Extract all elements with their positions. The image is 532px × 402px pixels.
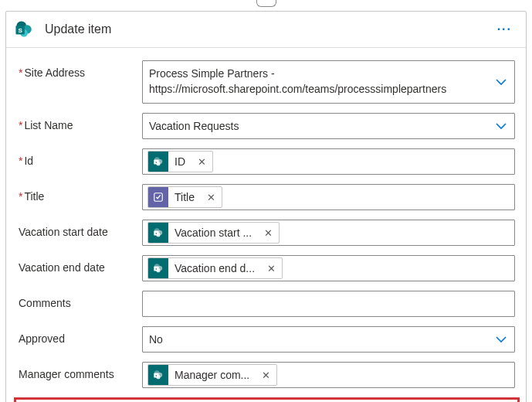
- vacation-end-input[interactable]: s Vacation end d... ✕: [142, 255, 515, 281]
- row-manager-comments: Manager comments s Manager com... ✕: [19, 362, 515, 388]
- row-comments: Comments: [19, 291, 515, 317]
- site-address-line1: Process Simple Partners -: [149, 66, 275, 82]
- collapse-notch[interactable]: [256, 0, 276, 7]
- site-address-dropdown[interactable]: Process Simple Partners - https://micros…: [142, 60, 515, 104]
- list-name-dropdown[interactable]: Vacation Requests: [142, 113, 515, 139]
- token-title-remove[interactable]: ✕: [201, 192, 222, 203]
- vacation-start-input[interactable]: s Vacation start ... ✕: [142, 220, 515, 246]
- token-title-label: Title: [168, 191, 201, 203]
- sharepoint-token-icon: s: [148, 152, 168, 172]
- comments-input[interactable]: [142, 291, 515, 317]
- id-input[interactable]: s ID ✕: [142, 148, 515, 175]
- row-id: Id s ID ✕: [19, 148, 515, 175]
- label-manager-comments: Manager comments: [19, 362, 142, 380]
- sharepoint-icon: S: [6, 12, 42, 47]
- row-pre-approved-highlight: Pre-approved Yes: [14, 397, 520, 402]
- row-list-name: List Name Vacation Requests: [19, 113, 515, 139]
- token-vacation-start[interactable]: s Vacation start ... ✕: [147, 222, 280, 244]
- sharepoint-token-icon: s: [148, 223, 168, 243]
- svg-text:s: s: [156, 160, 158, 164]
- sharepoint-token-icon: s: [148, 258, 168, 278]
- label-list-name: List Name: [19, 113, 142, 131]
- approvals-token-icon: [148, 187, 168, 207]
- label-site-address: Site Address: [19, 60, 142, 79]
- token-vacation-start-label: Vacation start ...: [168, 227, 258, 239]
- label-vacation-end: Vacation end date: [19, 255, 142, 274]
- update-item-card: S Update item ··· Site Address Process S…: [5, 11, 527, 402]
- token-vacation-end-label: Vacation end d...: [168, 262, 261, 274]
- token-vacation-start-remove[interactable]: ✕: [258, 227, 279, 239]
- manager-comments-input[interactable]: s Manager com... ✕: [142, 362, 515, 388]
- token-id[interactable]: s ID ✕: [147, 151, 213, 172]
- card-header: S Update item ···: [6, 12, 526, 48]
- svg-text:s: s: [156, 231, 158, 235]
- more-options-button[interactable]: ···: [493, 22, 517, 36]
- row-approved: Approved No: [19, 326, 515, 353]
- token-vacation-end-remove[interactable]: ✕: [261, 263, 282, 274]
- label-vacation-start: Vacation start date: [19, 220, 142, 238]
- row-title: Title Title ✕: [19, 184, 515, 210]
- row-vacation-end: Vacation end date s Vacation end d... ✕: [19, 255, 515, 281]
- token-manager-comments-remove[interactable]: ✕: [256, 370, 276, 381]
- row-site-address: Site Address Process Simple Partners - h…: [19, 60, 515, 104]
- svg-text:S: S: [18, 27, 22, 34]
- site-address-line2: https://microsoft.sharepoint.com/teams/p…: [149, 82, 446, 97]
- list-name-value: Vacation Requests: [149, 120, 239, 132]
- approved-dropdown[interactable]: No: [142, 326, 515, 353]
- token-vacation-end[interactable]: s Vacation end d... ✕: [147, 257, 283, 279]
- svg-text:s: s: [156, 373, 158, 377]
- label-comments: Comments: [19, 291, 142, 309]
- label-approved: Approved: [19, 326, 142, 345]
- card-body: Site Address Process Simple Partners - h…: [6, 48, 526, 402]
- card-title: Update item: [42, 22, 493, 36]
- svg-text:s: s: [156, 267, 158, 271]
- token-manager-comments[interactable]: s Manager com... ✕: [147, 364, 277, 386]
- token-id-label: ID: [168, 155, 191, 168]
- row-vacation-start: Vacation start date s Vacation start ...…: [19, 220, 515, 246]
- token-title[interactable]: Title ✕: [147, 186, 222, 208]
- token-manager-comments-label: Manager com...: [168, 369, 256, 381]
- label-id: Id: [19, 148, 142, 167]
- title-input[interactable]: Title ✕: [142, 184, 515, 210]
- label-title: Title: [19, 184, 142, 203]
- token-id-remove[interactable]: ✕: [191, 156, 212, 168]
- approved-value: No: [149, 333, 163, 346]
- sharepoint-token-icon: s: [148, 365, 168, 385]
